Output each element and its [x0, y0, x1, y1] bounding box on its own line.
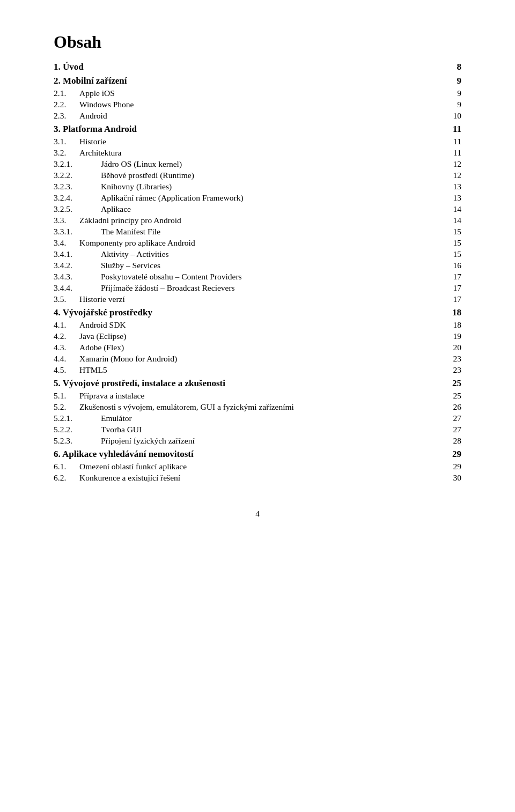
toc-entry: 4. Vývojářské prostředky 18: [54, 307, 461, 318]
entry-dots: [263, 338, 444, 339]
entry-page: 9: [446, 100, 461, 109]
toc-entry: 5.2.2. Tvorba GUI 27: [54, 425, 461, 434]
entry-num: 5.2.1.: [54, 414, 101, 423]
entry-dots: [274, 268, 444, 268]
entry-text: Emulátor: [101, 414, 271, 423]
toc-entry: 6. Aplikace vyhledávání nemovitostí 29: [54, 449, 461, 460]
toc-entry: 2.3. Android 10: [54, 111, 461, 121]
entry-num: 3.2.4.: [54, 193, 101, 203]
entry-page: 25: [446, 391, 461, 401]
toc-entry: 3.2.1. Jádro OS (Linux kernel) 12: [54, 159, 461, 169]
entry-page: 16: [446, 261, 461, 270]
entry-dots: [263, 118, 444, 119]
toc-entry: 3.2.3. Knihovny (Libraries) 13: [54, 182, 461, 191]
entry-dots: [274, 432, 444, 432]
toc-entry: 1. Úvod 8: [54, 62, 461, 72]
entry-page: 12: [446, 159, 461, 169]
entry-page: 14: [446, 204, 461, 214]
entry-text: Adobe (Flex): [79, 343, 261, 352]
entry-dots: [263, 144, 444, 144]
entry-dots: [263, 350, 444, 350]
entry-text: Apple iOS: [79, 88, 261, 98]
entry-page: 20: [446, 343, 461, 352]
entry-text: Architektura: [79, 148, 261, 158]
entry-text: Android: [79, 111, 261, 121]
entry-page: 26: [446, 402, 461, 412]
entry-text: Konkurence a existující řešení: [79, 473, 261, 483]
toc-entry: 3.2. Architektura 11: [54, 148, 461, 158]
entry-num: 5.2.2.: [54, 425, 101, 434]
entry-num: 3.4.2.: [54, 261, 101, 270]
entry-dots: [263, 223, 444, 223]
entry-num: 4.3.: [54, 343, 79, 352]
entry-page: 27: [446, 414, 461, 423]
entry-text: Běhové prostředí (Runtime): [101, 171, 271, 180]
entry-text: HTML5: [79, 365, 261, 375]
toc-container: Obsah 1. Úvod 8 2. Mobilní zařízení 9 2.…: [54, 32, 461, 519]
entry-text: Java (Eclipse): [79, 331, 261, 341]
entry-num: 3.5.: [54, 294, 79, 304]
entry-num: 4.2.: [54, 331, 79, 341]
entry-page: 23: [446, 365, 461, 375]
toc-entry: 3.2.5. Aplikace 14: [54, 204, 461, 214]
entry-page: 15: [446, 227, 461, 237]
entry-text: Poskytovatelé obsahu – Content Providers: [101, 272, 271, 282]
entry-page: 19: [446, 331, 461, 341]
entry-page: 28: [446, 436, 461, 446]
toc-entry: 3.1. Historie 11: [54, 137, 461, 146]
entry-text: Komponenty pro aplikace Android: [79, 238, 261, 248]
toc-entry: 3.4.2. Služby – Services 16: [54, 261, 461, 270]
toc-entry: 5.1. Příprava a instalace 25: [54, 391, 461, 401]
entry-page: 15: [446, 238, 461, 248]
entry-text: Aktivity – Activities: [101, 249, 271, 259]
toc-entries: 1. Úvod 8 2. Mobilní zařízení 9 2.1. App…: [54, 62, 461, 483]
section-page: 8: [457, 62, 462, 72]
entry-page: 17: [446, 272, 461, 282]
section-page: 9: [457, 76, 462, 86]
entry-dots: [263, 469, 444, 469]
toc-entry: 2.1. Apple iOS 9: [54, 88, 461, 98]
entry-dots: [274, 290, 444, 291]
toc-entry: 4.4. Xamarin (Mono for Android) 23: [54, 354, 461, 364]
entry-page: 13: [446, 182, 461, 191]
entry-num: 5.2.: [54, 402, 79, 412]
entry-text: Základní principy pro Android: [79, 216, 261, 225]
toc-entry: 4.2. Java (Eclipse) 19: [54, 331, 461, 341]
entry-num: 4.5.: [54, 365, 79, 375]
entry-dots: [263, 480, 444, 481]
entry-page: 29: [446, 462, 461, 471]
toc-entry: 6.1. Omezení oblastí funkcí aplikace 29: [54, 462, 461, 471]
entry-dots: [263, 398, 444, 398]
entry-text: Připojení fyzických zařízení: [101, 436, 271, 446]
entry-dots: [263, 155, 444, 156]
entry-page: 30: [446, 473, 461, 483]
entry-dots: [263, 95, 444, 96]
toc-entry: 3.3. Základní principy pro Android 14: [54, 216, 461, 225]
section-label: 2. Mobilní zařízení: [54, 76, 127, 86]
entry-num: 5.2.3.: [54, 436, 101, 446]
entry-num: 6.1.: [54, 462, 79, 471]
entry-num: 3.2.2.: [54, 171, 101, 180]
entry-dots: [263, 301, 444, 302]
entry-page: 11: [446, 148, 461, 158]
entry-num: 2.2.: [54, 100, 79, 109]
toc-entry: 5. Vývojové prostředí, instalace a zkuše…: [54, 378, 461, 389]
entry-text: Tvorba GUI: [101, 425, 271, 434]
toc-entry: 5.2. Zkušenosti s vývojem, emulátorem, G…: [54, 402, 461, 412]
entry-text: Knihovny (Libraries): [101, 182, 271, 191]
page-number: 4: [54, 510, 461, 519]
toc-entry: 4.1. Android SDK 18: [54, 320, 461, 330]
entry-page: 23: [446, 354, 461, 364]
entry-text: Android SDK: [79, 320, 261, 330]
entry-num: 3.4.4.: [54, 283, 101, 293]
entry-text: Služby – Services: [101, 261, 271, 270]
toc-entry: 3.4. Komponenty pro aplikace Android 15: [54, 238, 461, 248]
toc-entry: 5.2.1. Emulátor 27: [54, 414, 461, 423]
entry-page: 17: [446, 294, 461, 304]
entry-dots: [274, 256, 444, 257]
entry-page: 13: [446, 193, 461, 203]
entry-text: Jádro OS (Linux kernel): [101, 159, 271, 169]
entry-page: 9: [446, 88, 461, 98]
toc-entry: 3.5. Historie verzí 17: [54, 294, 461, 304]
entry-page: 10: [446, 111, 461, 121]
